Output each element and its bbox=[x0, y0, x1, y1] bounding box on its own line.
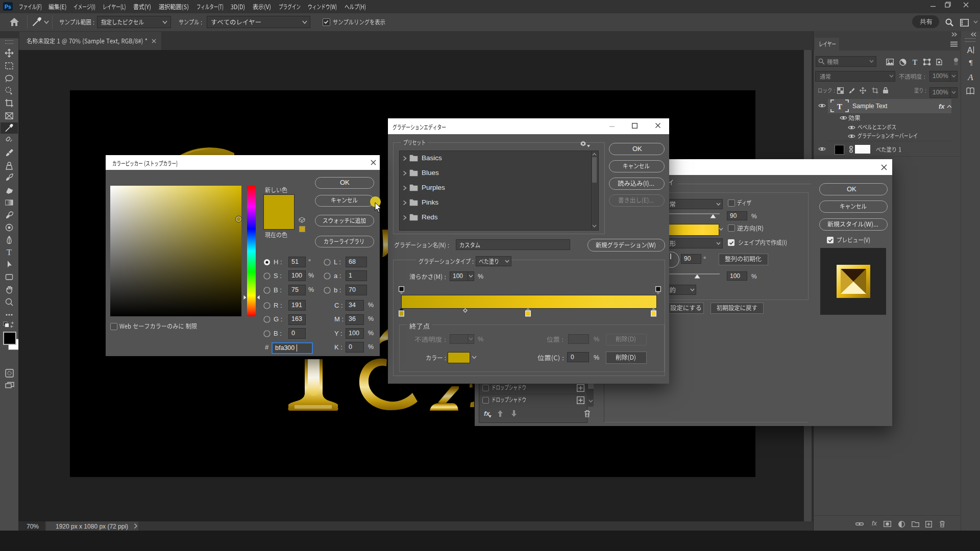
svg-text:T: T bbox=[7, 247, 12, 257]
svg-text:¶: ¶ bbox=[969, 59, 973, 66]
svg-text:A: A bbox=[967, 46, 973, 54]
svg-text:A: A bbox=[967, 72, 973, 81]
svg-text:T: T bbox=[913, 59, 918, 65]
svg-text:T: T bbox=[837, 103, 842, 111]
